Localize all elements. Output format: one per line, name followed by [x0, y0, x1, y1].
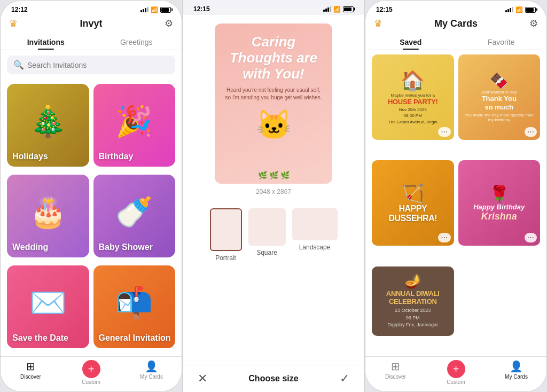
signal-1 [140, 7, 149, 12]
close-button[interactable]: ✕ [198, 372, 207, 386]
size-selector: Portrait Square Landscape [199, 202, 348, 268]
tile-babyshower[interactable]: 🍼 Baby Shower [93, 175, 176, 257]
saved-card-birthday[interactable]: 🌹 Happy Birthday Krishna ··· [458, 160, 541, 246]
square-label: Square [256, 249, 277, 256]
thankyou-dots[interactable]: ··· [525, 127, 537, 137]
status-bar-2: 12:15 📶 [183, 0, 364, 15]
holidays-emoji: 🎄 [29, 106, 67, 136]
search-icon: 🔍 [13, 60, 24, 70]
search-box[interactable]: 🔍 [7, 56, 175, 74]
saved-card-thankyou[interactable]: 🍫 Just wanted to say Thank Youso much Yo… [458, 54, 541, 140]
time-2: 12:15 [193, 5, 210, 13]
tabs-1: Invitations Greetings [1, 34, 182, 50]
leaf-3: 🌿 [280, 171, 290, 179]
nav-discover-3[interactable]: ⊞ Discover [365, 360, 426, 385]
mycards-icon-1: 👤 [145, 360, 158, 373]
landscape-thumb [292, 208, 338, 240]
tab-favorite[interactable]: Favorite [456, 34, 547, 50]
nav-custom-1[interactable]: + Custom [61, 360, 121, 385]
battery-3 [525, 7, 536, 13]
diwali-detail: 23 October 202306 PMDigiplay Fox, Jamnag… [387, 307, 438, 329]
card-animal: 🐱 [256, 108, 292, 142]
discover-icon-1: ⊞ [26, 360, 35, 373]
general-label: General Invitation [99, 333, 171, 343]
thankyou-subtitle: Just wanted to say [481, 90, 517, 95]
discover-icon-3: ⊞ [391, 360, 400, 373]
screen3-phone: 12:15 📶 ♛ My Cards ⚙ Saved Favorite [365, 0, 547, 392]
nav-mycards-1[interactable]: 👤 My Cards [121, 360, 182, 385]
screen1-phone: 12:12 📶 ♛ Invyt ⚙ Invitations Greetings … [0, 0, 182, 392]
gear-icon-1[interactable]: ⚙ [165, 18, 173, 29]
search-input[interactable] [27, 61, 169, 69]
card-subtitle: Heard you're not feeling your usual self… [223, 87, 324, 101]
screen2-phone: 12:15 📶 Caring Thoughts are with You! He… [182, 0, 365, 392]
saved-card-diwali[interactable]: 🪔 ANNUAL DIWALI CELEBRATION 23 October 2… [372, 266, 454, 336]
tile-savedate[interactable]: ✉️ Save the Date [7, 265, 89, 348]
portrait-label: Portrait [215, 254, 236, 262]
wedding-label: Wedding [12, 242, 48, 252]
custom-plus-3: + [447, 360, 465, 378]
birthday-dots[interactable]: ··· [525, 233, 537, 242]
wifi-icon-1: 📶 [151, 6, 158, 13]
savedate-label: Save the Date [12, 333, 68, 343]
house-detail: Nov 20th 202308:00 PMThe Grand Avenue, V… [388, 107, 437, 125]
general-emoji: 📬 [115, 287, 153, 317]
leaf-2: 🌿 [269, 171, 278, 179]
nav-custom-3[interactable]: + Custom [426, 360, 486, 385]
nav-mycards-3[interactable]: 👤 My Cards [486, 360, 546, 385]
card-preview: Caring Thoughts are with You! Heard you'… [215, 23, 332, 184]
tab-invitations[interactable]: Invitations [1, 34, 91, 50]
custom-plus-1: + [82, 360, 100, 378]
mycards-icon-3: 👤 [510, 360, 523, 373]
gear-icon-3[interactable]: ⚙ [529, 18, 538, 29]
wifi-icon-3: 📶 [515, 6, 523, 13]
discover-label-1: Discover [20, 374, 41, 380]
size-square[interactable]: Square [248, 208, 286, 262]
app-header-1: ♛ Invyt ⚙ [1, 15, 182, 34]
status-icons-2: 📶 [323, 6, 354, 13]
size-portrait[interactable]: Portrait [210, 208, 242, 262]
tile-general[interactable]: 📬 General Invitation [93, 265, 176, 348]
square-thumb [248, 208, 286, 246]
saved-card-house[interactable]: 🏠 Maybe invites you for a HOUSE PARTY! N… [372, 54, 454, 140]
tab-greetings[interactable]: Greetings [91, 34, 182, 50]
leaf-1: 🌿 [258, 171, 267, 179]
middle-main: Caring Thoughts are with You! Heard you'… [183, 15, 364, 365]
savedate-emoji: ✉️ [29, 287, 67, 317]
card-size-label: 2048 x 2867 [256, 188, 291, 195]
mycards-label-3: My Cards [505, 374, 528, 380]
bottom-nav-3: ⊞ Discover + Custom 👤 My Cards [365, 356, 546, 391]
tile-birthday[interactable]: 🎉 Birthday [93, 84, 176, 167]
time-1: 12:12 [11, 6, 28, 13]
mycards-title: My Cards [434, 18, 478, 29]
saved-card-dussehra[interactable]: 🏹 HAPPY DUSSEHRA! ··· [372, 160, 454, 246]
signal-3 [505, 7, 513, 12]
bottom-nav-1: ⊞ Discover + Custom 👤 My Cards [1, 356, 182, 391]
nav-discover-1[interactable]: ⊞ Discover [1, 360, 61, 385]
battery-1 [160, 7, 171, 13]
holidays-label: Holidays [12, 152, 48, 161]
house-emoji: 🏠 [401, 69, 425, 92]
thankyou-emoji: 🍫 [490, 72, 509, 90]
tab-saved[interactable]: Saved [365, 34, 456, 50]
battery-2 [343, 6, 354, 12]
portrait-thumb [210, 208, 242, 251]
dussehra-dots[interactable]: ··· [438, 233, 450, 242]
dussehra-title: HAPPY DUSSEHRA! [376, 204, 450, 223]
status-bar-1: 12:12 📶 [1, 1, 182, 15]
tile-holidays[interactable]: 🎄 Holidays [7, 84, 89, 167]
confirm-button[interactable]: ✓ [340, 372, 349, 386]
thankyou-title: Thank Youso much [482, 95, 517, 111]
status-icons-1: 📶 [140, 6, 171, 13]
size-landscape[interactable]: Landscape [292, 208, 338, 262]
house-dots[interactable]: ··· [438, 127, 450, 137]
categories-grid: 🎄 Holidays 🎉 Birthday 🎂 Wedding 🍼 Baby S… [1, 80, 182, 356]
app-header-3: ♛ My Cards ⚙ [365, 15, 546, 34]
babyshower-emoji: 🍼 [115, 197, 153, 226]
status-bar-3: 12:15 📶 [365, 1, 546, 15]
tile-wedding[interactable]: 🎂 Wedding [7, 175, 89, 257]
mycards-label-1: My Cards [140, 374, 163, 380]
house-subtitle: Maybe invites you for a [391, 93, 435, 98]
birthday-title: Happy Birthday [473, 203, 525, 211]
crown-icon-1: ♛ [9, 18, 18, 29]
